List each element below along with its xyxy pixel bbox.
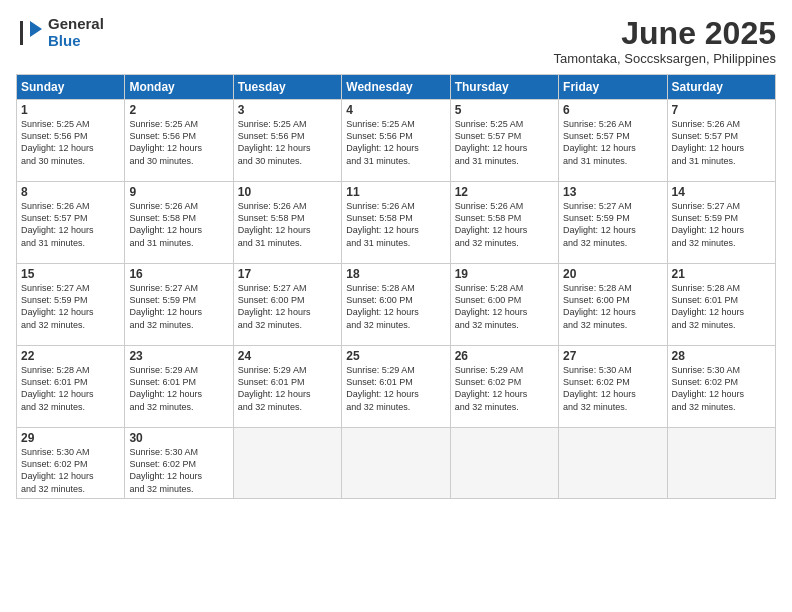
day-info: Sunrise: 5:27 AMSunset: 5:59 PMDaylight:… [21,283,94,329]
table-row: 5Sunrise: 5:25 AMSunset: 5:57 PMDaylight… [450,100,558,182]
day-number: 15 [21,267,120,281]
day-number: 9 [129,185,228,199]
day-info: Sunrise: 5:26 AMSunset: 5:57 PMDaylight:… [672,119,745,165]
day-info: Sunrise: 5:25 AMSunset: 5:56 PMDaylight:… [238,119,311,165]
day-info: Sunrise: 5:26 AMSunset: 5:58 PMDaylight:… [346,201,419,247]
day-number: 19 [455,267,554,281]
table-row: 19Sunrise: 5:28 AMSunset: 6:00 PMDayligh… [450,264,558,346]
table-row: 4Sunrise: 5:25 AMSunset: 5:56 PMDaylight… [342,100,450,182]
day-number: 11 [346,185,445,199]
day-number: 28 [672,349,771,363]
table-row [342,428,450,499]
day-number: 12 [455,185,554,199]
day-info: Sunrise: 5:27 AMSunset: 6:00 PMDaylight:… [238,283,311,329]
day-info: Sunrise: 5:26 AMSunset: 5:57 PMDaylight:… [563,119,636,165]
day-info: Sunrise: 5:28 AMSunset: 6:00 PMDaylight:… [563,283,636,329]
table-row [559,428,667,499]
table-row: 25Sunrise: 5:29 AMSunset: 6:01 PMDayligh… [342,346,450,428]
day-info: Sunrise: 5:26 AMSunset: 5:57 PMDaylight:… [21,201,94,247]
table-row: 9Sunrise: 5:26 AMSunset: 5:58 PMDaylight… [125,182,233,264]
table-row: 30Sunrise: 5:30 AMSunset: 6:02 PMDayligh… [125,428,233,499]
day-info: Sunrise: 5:26 AMSunset: 5:58 PMDaylight:… [455,201,528,247]
day-number: 1 [21,103,120,117]
title-block: June 2025 Tamontaka, Soccsksargen, Phili… [553,16,776,66]
day-info: Sunrise: 5:28 AMSunset: 6:01 PMDaylight:… [21,365,94,411]
logo-icon [16,19,44,47]
day-number: 22 [21,349,120,363]
logo-text: General Blue [48,16,104,49]
day-number: 10 [238,185,337,199]
svg-rect-1 [20,21,23,45]
table-row: 6Sunrise: 5:26 AMSunset: 5:57 PMDaylight… [559,100,667,182]
day-info: Sunrise: 5:29 AMSunset: 6:01 PMDaylight:… [129,365,202,411]
day-number: 18 [346,267,445,281]
day-info: Sunrise: 5:29 AMSunset: 6:01 PMDaylight:… [238,365,311,411]
table-row: 24Sunrise: 5:29 AMSunset: 6:01 PMDayligh… [233,346,341,428]
table-row: 7Sunrise: 5:26 AMSunset: 5:57 PMDaylight… [667,100,775,182]
table-row: 8Sunrise: 5:26 AMSunset: 5:57 PMDaylight… [17,182,125,264]
day-info: Sunrise: 5:27 AMSunset: 5:59 PMDaylight:… [563,201,636,247]
day-info: Sunrise: 5:25 AMSunset: 5:56 PMDaylight:… [21,119,94,165]
day-number: 24 [238,349,337,363]
header: General Blue June 2025 Tamontaka, Soccsk… [16,16,776,66]
col-monday: Monday [125,75,233,100]
table-row: 18Sunrise: 5:28 AMSunset: 6:00 PMDayligh… [342,264,450,346]
table-row: 15Sunrise: 5:27 AMSunset: 5:59 PMDayligh… [17,264,125,346]
day-number: 27 [563,349,662,363]
day-number: 8 [21,185,120,199]
col-saturday: Saturday [667,75,775,100]
day-info: Sunrise: 5:30 AMSunset: 6:02 PMDaylight:… [129,447,202,493]
day-info: Sunrise: 5:28 AMSunset: 6:00 PMDaylight:… [346,283,419,329]
table-row: 14Sunrise: 5:27 AMSunset: 5:59 PMDayligh… [667,182,775,264]
col-tuesday: Tuesday [233,75,341,100]
table-row [667,428,775,499]
table-row: 12Sunrise: 5:26 AMSunset: 5:58 PMDayligh… [450,182,558,264]
day-info: Sunrise: 5:27 AMSunset: 5:59 PMDaylight:… [672,201,745,247]
day-number: 20 [563,267,662,281]
table-row: 17Sunrise: 5:27 AMSunset: 6:00 PMDayligh… [233,264,341,346]
table-row: 27Sunrise: 5:30 AMSunset: 6:02 PMDayligh… [559,346,667,428]
table-row: 21Sunrise: 5:28 AMSunset: 6:01 PMDayligh… [667,264,775,346]
col-wednesday: Wednesday [342,75,450,100]
table-row: 29Sunrise: 5:30 AMSunset: 6:02 PMDayligh… [17,428,125,499]
month-title: June 2025 [553,16,776,51]
table-row: 26Sunrise: 5:29 AMSunset: 6:02 PMDayligh… [450,346,558,428]
table-row: 1Sunrise: 5:25 AMSunset: 5:56 PMDaylight… [17,100,125,182]
col-thursday: Thursday [450,75,558,100]
day-info: Sunrise: 5:26 AMSunset: 5:58 PMDaylight:… [238,201,311,247]
day-number: 25 [346,349,445,363]
day-info: Sunrise: 5:25 AMSunset: 5:56 PMDaylight:… [129,119,202,165]
day-number: 17 [238,267,337,281]
day-info: Sunrise: 5:26 AMSunset: 5:58 PMDaylight:… [129,201,202,247]
table-row: 11Sunrise: 5:26 AMSunset: 5:58 PMDayligh… [342,182,450,264]
table-row: 28Sunrise: 5:30 AMSunset: 6:02 PMDayligh… [667,346,775,428]
day-info: Sunrise: 5:28 AMSunset: 6:00 PMDaylight:… [455,283,528,329]
day-info: Sunrise: 5:30 AMSunset: 6:02 PMDaylight:… [672,365,745,411]
table-row [233,428,341,499]
table-row: 23Sunrise: 5:29 AMSunset: 6:01 PMDayligh… [125,346,233,428]
logo: General Blue [16,16,104,49]
table-row: 10Sunrise: 5:26 AMSunset: 5:58 PMDayligh… [233,182,341,264]
day-number: 21 [672,267,771,281]
day-number: 6 [563,103,662,117]
day-number: 13 [563,185,662,199]
calendar-table: Sunday Monday Tuesday Wednesday Thursday… [16,74,776,499]
day-info: Sunrise: 5:27 AMSunset: 5:59 PMDaylight:… [129,283,202,329]
logo-general: General [48,16,104,33]
logo-blue: Blue [48,33,104,50]
day-info: Sunrise: 5:25 AMSunset: 5:56 PMDaylight:… [346,119,419,165]
day-info: Sunrise: 5:29 AMSunset: 6:02 PMDaylight:… [455,365,528,411]
location: Tamontaka, Soccsksargen, Philippines [553,51,776,66]
day-number: 7 [672,103,771,117]
calendar-page: General Blue June 2025 Tamontaka, Soccsk… [0,0,792,612]
table-row: 3Sunrise: 5:25 AMSunset: 5:56 PMDaylight… [233,100,341,182]
day-info: Sunrise: 5:30 AMSunset: 6:02 PMDaylight:… [21,447,94,493]
svg-marker-0 [30,21,42,37]
day-info: Sunrise: 5:25 AMSunset: 5:57 PMDaylight:… [455,119,528,165]
table-row: 16Sunrise: 5:27 AMSunset: 5:59 PMDayligh… [125,264,233,346]
day-number: 4 [346,103,445,117]
day-number: 5 [455,103,554,117]
day-number: 14 [672,185,771,199]
day-number: 3 [238,103,337,117]
table-row: 13Sunrise: 5:27 AMSunset: 5:59 PMDayligh… [559,182,667,264]
